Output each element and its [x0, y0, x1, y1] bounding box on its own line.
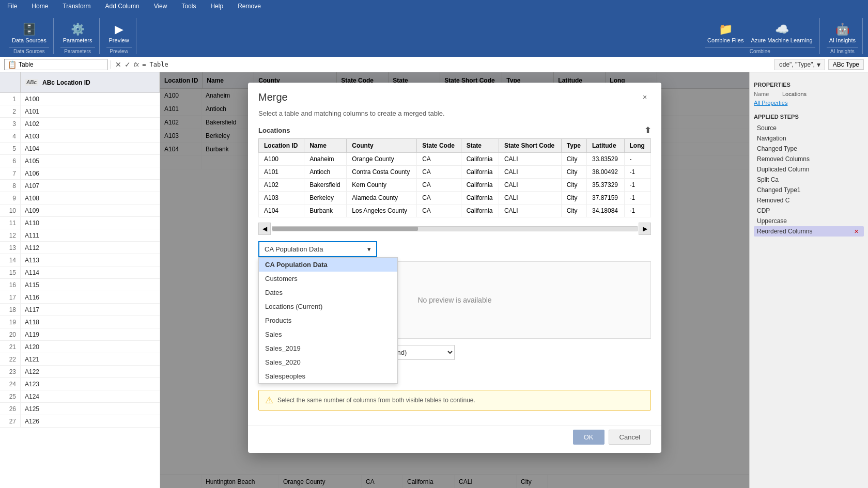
- list-item[interactable]: 10A109: [0, 204, 160, 217]
- list-item[interactable]: 7A106: [0, 167, 160, 180]
- step-split-ca[interactable]: Split Ca: [754, 175, 864, 185]
- merge-col-header[interactable]: Location ID: [259, 139, 304, 153]
- merge-col-header[interactable]: Name: [304, 139, 347, 153]
- short-code-filter[interactable]: ode", "Type", ▾: [774, 59, 825, 70]
- row-number: 13: [0, 242, 21, 254]
- list-item[interactable]: 18A117: [0, 304, 160, 316]
- tab-file[interactable]: File: [0, 0, 24, 15]
- applied-steps-list: Source Navigation Changed Type Removed C…: [754, 123, 864, 237]
- list-item[interactable]: 3A102: [0, 118, 160, 130]
- dropdown-item[interactable]: Customers: [259, 272, 397, 286]
- step-removed-columns[interactable]: Removed Columns: [754, 154, 864, 164]
- tab-help[interactable]: Help: [203, 0, 230, 15]
- btn-ai[interactable]: 🤖 AI Insights: [827, 21, 858, 45]
- btn-combine-files[interactable]: 📁 Combine Files: [705, 21, 746, 45]
- applied-steps-label: APPLIED STEPS: [754, 114, 864, 120]
- list-item[interactable]: 24A123: [0, 378, 160, 390]
- list-item[interactable]: 6A105: [0, 155, 160, 167]
- list-item[interactable]: 11A110: [0, 217, 160, 229]
- step-duplicated-column[interactable]: Duplicated Column: [754, 164, 864, 175]
- tab-view[interactable]: View: [147, 0, 175, 15]
- list-item[interactable]: 14A113: [0, 254, 160, 266]
- step-changed-type1[interactable]: Changed Type1: [754, 185, 864, 195]
- list-item[interactable]: 15A114: [0, 266, 160, 279]
- merge-col-header[interactable]: State Code: [417, 139, 461, 153]
- dropdown-item[interactable]: Locations (Current): [259, 300, 397, 313]
- formula-input[interactable]: = Table: [142, 61, 771, 68]
- horizontal-scrollbar[interactable]: [272, 226, 638, 231]
- list-item[interactable]: 13A112: [0, 242, 160, 254]
- step-remove-btn[interactable]: ✕: [854, 228, 859, 235]
- merge-col-header[interactable]: State Short Code: [499, 139, 561, 153]
- row-number: 26: [0, 403, 21, 415]
- list-item[interactable]: 9A108: [0, 192, 160, 204]
- list-item[interactable]: 12A111: [0, 229, 160, 242]
- dropdown-item[interactable]: Sales_2020: [259, 355, 397, 369]
- row-value: A117: [21, 306, 39, 313]
- list-item[interactable]: 2A101: [0, 105, 160, 118]
- ok-button[interactable]: OK: [573, 430, 605, 445]
- table-row[interactable]: A100AnaheimOrange CountyCACaliforniaCALI…: [259, 153, 651, 166]
- list-item[interactable]: 27A126: [0, 415, 160, 428]
- dropdown-item[interactable]: Sales_2019: [259, 341, 397, 355]
- all-properties-link[interactable]: All Properties: [754, 100, 787, 106]
- table-row[interactable]: A101AntiochContra Costa CountyCACaliforn…: [259, 166, 651, 179]
- list-item[interactable]: 5A104: [0, 143, 160, 155]
- step-label: CDP: [757, 207, 770, 214]
- tab-tools[interactable]: Tools: [174, 0, 203, 15]
- merge-col-header[interactable]: County: [347, 139, 417, 153]
- upload-icon[interactable]: ⬆: [644, 125, 651, 135]
- list-item[interactable]: 17A116: [0, 291, 160, 304]
- list-item[interactable]: 26A125: [0, 403, 160, 415]
- btn-azure[interactable]: ☁️ Azure Machine Learning: [748, 21, 815, 45]
- tab-add-column[interactable]: Add Column: [98, 0, 147, 15]
- tab-transform[interactable]: Transform: [55, 0, 98, 15]
- list-item[interactable]: 25A124: [0, 390, 160, 403]
- tab-home[interactable]: Home: [24, 0, 55, 15]
- list-item[interactable]: 19A118: [0, 316, 160, 328]
- check-button[interactable]: ✓: [125, 60, 131, 69]
- step-source[interactable]: Source: [754, 123, 864, 133]
- step-navigation[interactable]: Navigation: [754, 133, 864, 144]
- merge-col-header[interactable]: State: [461, 139, 499, 153]
- list-item[interactable]: 4A103: [0, 130, 160, 143]
- table-row[interactable]: A104BurbankLos Angeles CountyCACaliforni…: [259, 204, 651, 217]
- cancel-button[interactable]: Cancel: [609, 430, 651, 445]
- list-item[interactable]: 21A120: [0, 341, 160, 353]
- dropdown-item[interactable]: Products: [259, 313, 397, 327]
- ribbon-group-datasources: 🗄️ Data Sources Data Sources: [5, 18, 54, 54]
- dropdown-item[interactable]: Salespeoples: [259, 369, 397, 383]
- step-uppercase[interactable]: Uppercase: [754, 216, 864, 226]
- list-item[interactable]: 16A115: [0, 279, 160, 291]
- tab-remove[interactable]: Remove: [230, 0, 268, 15]
- step-changed-type[interactable]: Changed Type: [754, 144, 864, 154]
- step-reordered-columns[interactable]: Reordered Columns ✕: [754, 226, 864, 237]
- table-cell: A104: [259, 204, 304, 217]
- table-row[interactable]: A102BakersfieldKern CountyCACaliforniaCA…: [259, 179, 651, 192]
- dropdown-item[interactable]: Sales: [259, 327, 397, 341]
- merge-col-header[interactable]: Latitude: [586, 139, 624, 153]
- type-filter[interactable]: ABc Type: [828, 59, 864, 70]
- btn-parameters[interactable]: ⚙️ Parameters: [60, 21, 95, 45]
- list-item[interactable]: 22A121: [0, 353, 160, 366]
- step-removed-c[interactable]: Removed C: [754, 195, 864, 206]
- table-row[interactable]: A103BerkeleyAlameda CountyCACaliforniaCA…: [259, 192, 651, 204]
- scroll-right-btn[interactable]: ▶: [639, 223, 651, 235]
- dropdown-item[interactable]: CA Population Data: [259, 258, 397, 272]
- x-button[interactable]: ✕: [115, 60, 121, 69]
- list-item[interactable]: 23A122: [0, 366, 160, 378]
- list-item[interactable]: 20A119: [0, 328, 160, 341]
- step-cdp[interactable]: CDP: [754, 206, 864, 216]
- modal-close-button[interactable]: ×: [639, 91, 651, 103]
- ai-icon: 🤖: [835, 23, 849, 36]
- table-dropdown-btn[interactable]: CA Population Data: [258, 241, 377, 257]
- location-id-header[interactable]: ABc ABc Location ID: [21, 72, 160, 92]
- list-item[interactable]: 8A107: [0, 180, 160, 192]
- list-item[interactable]: 1A100: [0, 93, 160, 105]
- merge-col-header[interactable]: Long: [624, 139, 650, 153]
- merge-col-header[interactable]: Type: [561, 139, 586, 153]
- btn-preview[interactable]: ▶ Preview: [106, 21, 132, 45]
- btn-data-sources[interactable]: 🗄️ Data Sources: [9, 21, 49, 45]
- dropdown-item[interactable]: Dates: [259, 286, 397, 300]
- scroll-left-btn[interactable]: ◀: [258, 223, 271, 235]
